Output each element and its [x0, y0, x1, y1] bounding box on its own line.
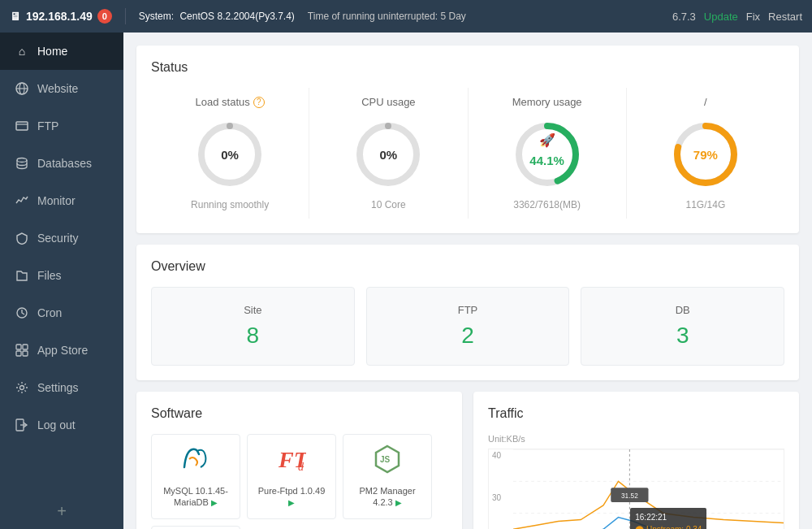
topbar-uptime: Time of running uninterrupted: 5 Day — [308, 11, 466, 22]
site-label: Site — [168, 304, 338, 316]
monitor-sidebar-icon — [15, 193, 29, 208]
overview-grid: Site 8 FTP 2 DB 3 — [151, 287, 784, 366]
update-button[interactable]: Update — [704, 11, 738, 23]
traffic-tooltip: 16:22:21 ⬤ Upstream: 0.34 — [630, 508, 706, 529]
ftp-icon — [15, 119, 29, 133]
appstore-icon — [15, 343, 29, 358]
layout: ⌂ Home Website FTP Databases Monitor — [0, 33, 812, 529]
ftpd-icon: FTP d — [256, 444, 327, 480]
software-item-pm2[interactable]: JS PM2 Manager 4.2.3 ▶ — [343, 434, 432, 519]
restart-button[interactable]: Restart — [768, 11, 802, 23]
overview-db[interactable]: DB 3 — [581, 287, 784, 366]
cron-icon — [15, 306, 29, 320]
ftp-value: 2 — [383, 323, 553, 349]
files-icon — [15, 268, 29, 283]
tooltip-upstream: ⬤ Upstream: 0.34 — [635, 523, 702, 529]
sidebar-label-databases: Databases — [37, 157, 92, 170]
sidebar-item-settings[interactable]: Settings — [0, 369, 123, 406]
disk-value: 79% — [693, 148, 718, 162]
website-icon — [15, 81, 29, 96]
home-icon: ⌂ — [15, 44, 29, 59]
svg-rect-8 — [23, 345, 28, 349]
overview-ftp[interactable]: FTP 2 — [366, 287, 570, 366]
databases-icon — [15, 156, 29, 171]
memory-sublabel: 3362/7618(MB) — [513, 199, 581, 210]
svg-text:JS: JS — [380, 455, 391, 464]
main-content: Status Load status ? 0% Runn — [123, 33, 812, 529]
ftpd-name: Pure-Ftpd 1.0.49 ▶ — [256, 485, 327, 509]
svg-text:31.52: 31.52 — [621, 492, 638, 500]
site-value: 8 — [168, 323, 338, 349]
svg-point-5 — [17, 158, 27, 163]
sidebar-item-files[interactable]: Files — [0, 257, 123, 294]
svg-rect-7 — [16, 345, 21, 349]
sidebar-item-databases[interactable]: Databases — [0, 145, 123, 182]
status-item-memory: Memory usage 🚀 44.1% 3362/7618(MB) — [469, 88, 627, 219]
cpu-label: CPU usage — [361, 96, 415, 108]
settings-icon — [15, 380, 29, 395]
software-item-mysql[interactable]: MySQL 10.1.45-MariaDB ▶ — [151, 434, 240, 519]
sidebar-item-appstore[interactable]: App Store — [0, 332, 123, 369]
monitor-icon: 🖥 — [10, 10, 21, 23]
sidebar-label-ftp: FTP — [37, 119, 58, 132]
sidebar-item-home[interactable]: ⌂ Home — [0, 33, 123, 70]
sidebar-label-monitor: Monitor — [37, 194, 76, 207]
software-card: Software MySQL 10.1.45-MariaDB ▶ — [136, 392, 462, 529]
sidebar-label-files: Files — [37, 269, 62, 282]
mysql-icon — [160, 444, 231, 480]
software-item-ftpd[interactable]: FTP d Pure-Ftpd 1.0.49 ▶ — [247, 434, 336, 519]
load-label: Load status ? — [196, 96, 265, 108]
load-sublabel: Running smoothly — [191, 199, 269, 210]
topbar-system: System: CentOS 8.2.2004(Py3.7.4) — [139, 11, 295, 22]
cpu-donut: 0% — [352, 118, 425, 191]
status-card: Status Load status ? 0% Runn — [136, 46, 799, 233]
sidebar-label-logout: Log out — [37, 418, 76, 431]
db-value: 3 — [598, 323, 767, 349]
traffic-y-labels: 40 30 20 — [489, 449, 504, 529]
disk-sublabel: 11G/14G — [686, 199, 726, 210]
sidebar-item-website[interactable]: Website — [0, 70, 123, 107]
topbar: 🖥 192.168.1.49 0 System: CentOS 8.2.2004… — [0, 0, 812, 33]
add-button[interactable]: + — [0, 494, 123, 529]
tooltip-time: 16:22:21 — [635, 511, 702, 523]
software-title: Software — [151, 406, 447, 421]
status-item-load: Load status ? 0% Running smoothly — [151, 88, 309, 219]
overview-title: Overview — [151, 259, 784, 274]
sidebar-item-logout[interactable]: Log out — [0, 406, 123, 444]
shield-icon — [15, 231, 29, 245]
sidebar-item-security[interactable]: Security — [0, 219, 123, 257]
topbar-ip: 🖥 192.168.1.49 0 — [10, 9, 112, 24]
traffic-unit: Unit:KB/s — [488, 434, 784, 444]
sidebar-item-monitor[interactable]: Monitor — [0, 182, 123, 219]
mysql-name: MySQL 10.1.45-MariaDB ▶ — [160, 485, 231, 509]
load-donut: 0% — [193, 118, 266, 191]
sidebar: ⌂ Home Website FTP Databases Monitor — [0, 33, 123, 529]
status-title: Status — [151, 60, 784, 75]
sidebar-label-appstore: App Store — [37, 344, 88, 357]
sidebar-item-cron[interactable]: Cron — [0, 294, 123, 332]
ip-address: 192.168.1.49 — [26, 10, 93, 23]
svg-rect-3 — [16, 122, 28, 130]
notification-badge: 0 — [97, 9, 112, 24]
svg-text:d: d — [298, 461, 304, 473]
bottom-row: Software MySQL 10.1.45-MariaDB ▶ — [136, 392, 799, 529]
cpu-sublabel: 10 Core — [371, 199, 406, 210]
version-label: 6.7.3 — [672, 11, 696, 23]
help-icon[interactable]: ? — [253, 97, 265, 108]
traffic-chart: 40 30 20 — [488, 449, 784, 529]
sidebar-item-ftp[interactable]: FTP — [0, 107, 123, 145]
status-grid: Load status ? 0% Running smoothly — [151, 88, 784, 219]
svg-rect-10 — [23, 351, 28, 356]
overview-site[interactable]: Site 8 — [151, 287, 355, 366]
sidebar-label-home: Home — [37, 45, 67, 58]
sidebar-label-website: Website — [37, 82, 78, 95]
sidebar-label-security: Security — [37, 232, 79, 245]
fix-button[interactable]: Fix — [746, 11, 760, 23]
status-item-disk: / 79% 11G/14G — [627, 88, 784, 219]
logout-icon — [15, 418, 29, 432]
software-grid: MySQL 10.1.45-MariaDB ▶ FTP d Pure-Ftpd … — [151, 434, 447, 529]
software-item-java[interactable]: Java Project Manager 2.4 ▶ — [151, 526, 240, 529]
sidebar-label-cron: Cron — [37, 306, 62, 319]
disk-label: / — [704, 96, 707, 108]
ftp-label: FTP — [383, 304, 553, 316]
